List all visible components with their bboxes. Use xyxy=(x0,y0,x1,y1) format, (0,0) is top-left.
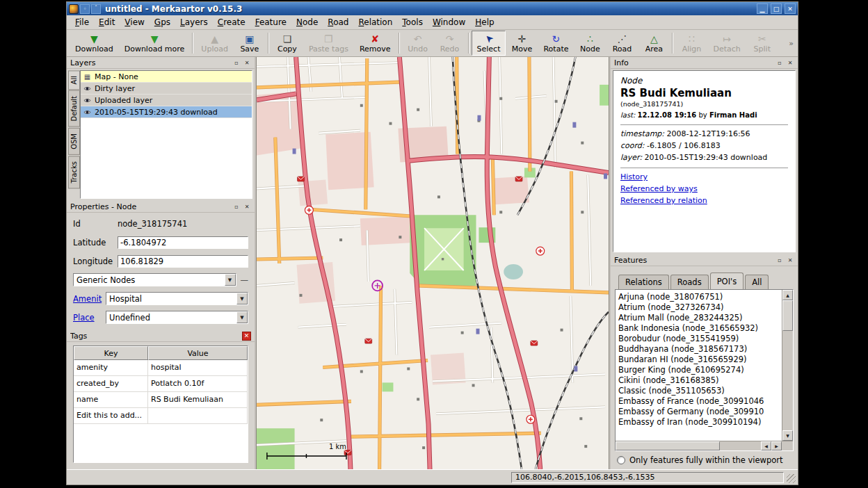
vertical-scrollbar-thumb[interactable] xyxy=(782,300,793,331)
feature-list-item[interactable]: Bundaran HI (node_316565929) xyxy=(618,355,782,365)
tag-value-cell[interactable]: Potlatch 0.10f xyxy=(148,376,248,391)
tags-key-column-header[interactable]: Key xyxy=(74,346,148,360)
move-button[interactable]: ✛Move xyxy=(506,31,538,56)
feature-list-item[interactable]: Atrium Mall (node_283244325) xyxy=(618,313,782,323)
menu-item-tools[interactable]: Tools xyxy=(397,16,428,29)
layers-tab-osm[interactable]: OSM xyxy=(68,128,80,155)
feature-list-item[interactable]: Borobudur (node_315541959) xyxy=(618,334,782,344)
tag-key-cell[interactable]: Edit this to add... xyxy=(74,408,148,423)
properties-close-button[interactable]: ✕ xyxy=(243,202,251,211)
features-panel-header[interactable]: Features ▫ ✕ xyxy=(611,254,798,266)
menu-item-create[interactable]: Create xyxy=(213,16,250,29)
close-button[interactable]: ✕ xyxy=(785,3,796,14)
scroll-down-button[interactable]: ▼ xyxy=(782,430,793,441)
features-float-button[interactable]: ▫ xyxy=(775,256,784,264)
layers-close-button[interactable]: ✕ xyxy=(243,58,251,67)
amenity-select[interactable]: Hospital ▼ xyxy=(106,292,248,305)
tag-key-cell[interactable]: created_by xyxy=(74,376,148,391)
layers-list[interactable]: ▦Map - NoneDirty layerUploaded layer2010… xyxy=(80,70,252,199)
layer-item[interactable]: ▦Map - None xyxy=(81,71,252,83)
features-vertical-scrollbar[interactable]: ▲ ▼ xyxy=(782,290,793,441)
layers-tab-all[interactable]: All xyxy=(68,70,80,90)
layers-tab-tracks[interactable]: Tracks xyxy=(68,156,80,188)
amenity-link[interactable]: Amenit xyxy=(73,294,106,304)
tags-panel-header[interactable]: Tags ✕ xyxy=(67,330,255,342)
road-button[interactable]: ⋰Road xyxy=(606,31,638,56)
info-link-referenced-by-relation[interactable]: Referenced by relation xyxy=(620,196,788,205)
scroll-up-button[interactable]: ▲ xyxy=(782,290,793,300)
tag-row[interactable]: created_byPotlatch 0.10f xyxy=(74,376,248,392)
feature-list-item[interactable]: Classic (node_351105653) xyxy=(618,386,782,396)
menu-item-relation[interactable]: Relation xyxy=(353,16,397,29)
tags-table[interactable]: Key Value amenityhospitalcreated_byPotla… xyxy=(73,345,248,463)
layers-float-button[interactable]: ▫ xyxy=(232,58,241,67)
layer-item[interactable]: Uploaded layer xyxy=(81,95,252,106)
download-button[interactable]: ▼Download xyxy=(70,31,119,56)
menu-item-layers[interactable]: Layers xyxy=(175,16,213,29)
layers-tab-default[interactable]: Default xyxy=(68,90,80,127)
features-horizontal-scrollbar[interactable]: ◀ ▶ xyxy=(616,441,793,450)
menu-item-file[interactable]: File xyxy=(70,16,94,29)
scroll-left-button[interactable]: ◀ xyxy=(761,441,771,450)
layers-panel-header[interactable]: Layers ▫ ✕ xyxy=(67,57,255,69)
feature-list-item[interactable]: Cikini (node_316168385) xyxy=(618,375,782,386)
feature-list-item[interactable]: Embassy of Germany (node_309910 xyxy=(618,407,782,417)
menu-item-window[interactable]: Window xyxy=(428,16,470,29)
select-button[interactable]: ➤Select xyxy=(472,31,506,56)
tag-value-cell[interactable]: RS Budi Kemuliaan xyxy=(148,392,248,407)
features-close-button[interactable]: ✕ xyxy=(786,256,794,264)
tag-key-cell[interactable]: amenity xyxy=(74,360,148,375)
map-viewport[interactable]: 1 km xyxy=(256,57,609,469)
rotate-button[interactable]: ↻Rotate xyxy=(538,31,574,56)
feature-list-item[interactable]: Atrium (node_327326734) xyxy=(618,302,782,313)
maximize-button[interactable]: □ xyxy=(771,3,782,14)
tag-key-cell[interactable]: name xyxy=(74,392,148,407)
info-link-history[interactable]: History xyxy=(620,172,788,181)
info-float-button[interactable]: ▫ xyxy=(775,58,784,67)
tag-row[interactable]: nameRS Budi Kemuliaan xyxy=(74,392,248,408)
feature-list-item[interactable]: Embassy of Iran (node_309910194) xyxy=(618,417,782,428)
horizontal-scrollbar-track[interactable] xyxy=(720,441,761,450)
info-panel-header[interactable]: Info ▫ ✕ xyxy=(611,57,798,69)
vertical-scrollbar-track[interactable] xyxy=(782,331,793,430)
properties-float-button[interactable]: ▫ xyxy=(232,202,241,211)
menu-item-road[interactable]: Road xyxy=(323,16,353,29)
feature-list-item[interactable]: Bank Indonesia (node_316565932) xyxy=(618,323,782,334)
longitude-input[interactable] xyxy=(118,255,248,268)
viewport-filter-checkbox[interactable] xyxy=(617,456,625,464)
feature-list-item[interactable]: Buddhayana (node_318567173) xyxy=(618,344,782,355)
tag-row[interactable]: Edit this to add... xyxy=(74,408,248,424)
place-select[interactable]: Undefined ▼ xyxy=(106,311,248,324)
menu-item-edit[interactable]: Edit xyxy=(94,16,120,29)
toolbar-overflow-icon[interactable]: » xyxy=(787,39,795,48)
area-button[interactable]: △Area xyxy=(638,31,670,56)
scroll-right-button[interactable]: ▶ xyxy=(771,441,782,450)
node-type-select[interactable]: Generic Nodes ▼ xyxy=(73,273,236,286)
menu-item-view[interactable]: View xyxy=(120,16,149,29)
tag-row[interactable]: amenityhospital xyxy=(74,360,248,376)
node-button[interactable]: ∴Node xyxy=(574,31,606,56)
save-button[interactable]: ▣Save xyxy=(234,31,266,56)
tag-value-cell[interactable]: hospital xyxy=(148,360,248,375)
feature-list-item[interactable]: Burger King (node_610695274) xyxy=(618,365,782,375)
resize-grip[interactable] xyxy=(787,474,796,483)
tag-value-cell[interactable] xyxy=(148,408,248,423)
place-link[interactable]: Place xyxy=(73,313,106,323)
copy-button[interactable]: ❏Copy xyxy=(271,31,303,56)
layer-item[interactable]: 2010-05-15T19:29:43 download xyxy=(81,106,252,118)
download-more-button[interactable]: ▼Download more xyxy=(119,31,191,56)
feature-list-item[interactable]: Arjuna (node_318076751) xyxy=(618,292,782,302)
features-tab-all[interactable]: All xyxy=(745,275,769,289)
menu-item-feature[interactable]: Feature xyxy=(250,16,291,29)
map-canvas[interactable]: 1 km xyxy=(257,57,609,469)
feature-list-item[interactable]: Embassy of France (node_30991046 xyxy=(618,396,782,407)
minimize-button[interactable]: ▁ xyxy=(757,3,768,14)
latitude-input[interactable] xyxy=(118,236,248,249)
remove-button[interactable]: ✘Remove xyxy=(354,31,396,56)
menu-item-help[interactable]: Help xyxy=(470,16,499,29)
window-shade-button[interactable]: ˆ xyxy=(91,4,101,14)
info-link-referenced-by-ways[interactable]: Referenced by ways xyxy=(620,184,788,193)
properties-panel-header[interactable]: Properties - Node ▫ ✕ xyxy=(67,201,255,213)
menu-item-gps[interactable]: Gps xyxy=(150,16,175,29)
tags-close-button[interactable]: ✕ xyxy=(242,332,251,341)
